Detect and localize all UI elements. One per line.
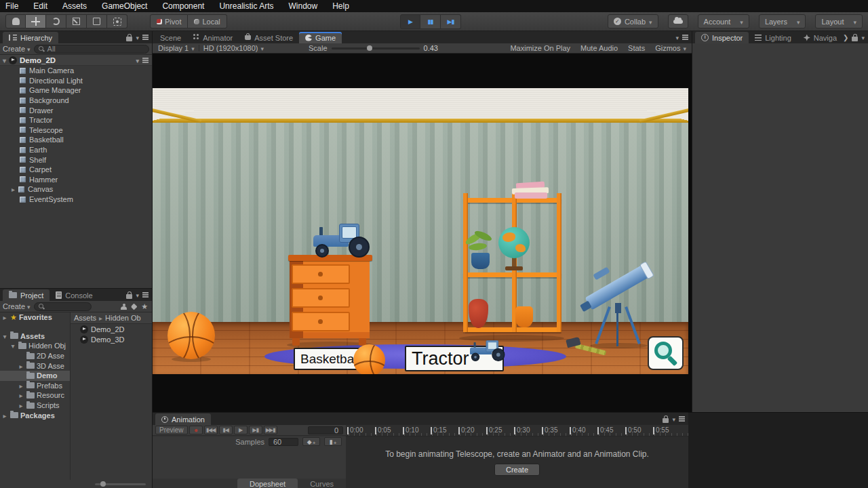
lock-icon[interactable]	[126, 294, 132, 299]
add-keyframe-button[interactable]: ◆+	[302, 437, 320, 446]
cloud-services-button[interactable]	[668, 14, 688, 28]
breadcrumb-root[interactable]: Assets	[74, 314, 96, 322]
breadcrumb-current[interactable]: Hidden Ob	[105, 314, 141, 322]
current-frame-field[interactable]: 0	[308, 426, 343, 434]
hierarchy-item-telescope[interactable]: Telescope	[0, 125, 152, 136]
previous-key-button[interactable]: ▮◀	[219, 426, 233, 434]
file-demo-3d[interactable]: Demo_3D	[71, 334, 152, 344]
project-create-button[interactable]: Create	[3, 302, 31, 310]
slider-thumb[interactable]	[100, 481, 106, 487]
menu-window[interactable]: Window	[281, 1, 325, 11]
hierarchy-item-drawer[interactable]: Drawer	[0, 105, 152, 115]
next-key-button[interactable]: ▶▮	[249, 426, 262, 434]
lock-icon[interactable]	[663, 418, 669, 423]
hierarchy-item-eventsystem[interactable]: EventSystem	[0, 195, 152, 205]
tree-item-assets[interactable]: Assets	[0, 331, 70, 342]
gizmos-dropdown[interactable]: Gizmos	[655, 44, 686, 52]
collapsed-arrow-icon[interactable]	[18, 362, 24, 370]
maximize-on-play-button[interactable]: Maximize On Play	[510, 44, 570, 52]
hierarchy-item-carpet[interactable]: Carpet	[0, 165, 152, 175]
file-demo-2d[interactable]: Demo_2D	[71, 324, 152, 334]
hierarchy-item-shelf[interactable]: Shelf	[0, 155, 152, 165]
tab-project[interactable]: Project	[3, 289, 50, 301]
expanded-arrow-icon[interactable]	[1, 332, 8, 340]
tree-item-hidden-obj[interactable]: Hidden Obj	[0, 341, 70, 351]
basketball-object[interactable]	[167, 312, 215, 359]
collab-dropdown[interactable]: ✓ Collab	[608, 14, 658, 28]
collapsed-arrow-icon[interactable]	[18, 391, 24, 399]
samples-field[interactable]: 60	[269, 438, 298, 446]
hand-tool-button[interactable]	[5, 14, 26, 28]
lock-icon[interactable]	[852, 37, 858, 41]
panel-menu-icon[interactable]	[682, 35, 688, 40]
pivot-toggle-button[interactable]: Pivot	[150, 14, 188, 28]
menu-component[interactable]: Component	[155, 1, 212, 11]
menu-help[interactable]: Help	[325, 1, 357, 11]
panel-menu-icon[interactable]	[142, 58, 149, 63]
resolution-dropdown[interactable]: HD (1920x1080)	[203, 44, 264, 52]
menu-gameobject[interactable]: GameObject	[94, 1, 155, 11]
play-button[interactable]: ▶	[400, 14, 420, 29]
dropdown-icon[interactable]	[136, 56, 139, 64]
magnifier-button[interactable]	[648, 336, 684, 370]
tree-item-demo-selected[interactable]: Demo	[0, 371, 70, 381]
collapsed-arrow-icon[interactable]	[1, 313, 8, 321]
hierarchy-search-input[interactable]: All	[34, 45, 149, 54]
tree-item-prefabs[interactable]: Prefabs	[0, 381, 70, 391]
dropdown-icon[interactable]	[675, 33, 679, 41]
menu-assets[interactable]: Assets	[55, 1, 94, 11]
tab-navigation[interactable]: Naviga	[797, 32, 843, 43]
tree-item-3d-assets[interactable]: 3D Asse	[0, 361, 70, 371]
tab-curves[interactable]: Curves	[298, 479, 346, 488]
hierarchy-item-basketball[interactable]: Basketball	[0, 135, 152, 145]
hierarchy-create-button[interactable]: Create	[3, 45, 31, 53]
tree-item-2d-assets[interactable]: 2D Asse	[0, 351, 70, 361]
project-search-input[interactable]	[34, 302, 92, 311]
hierarchy-item-background[interactable]: Background	[0, 96, 152, 106]
hierarchy-item-hammer[interactable]: Hammer	[0, 175, 152, 185]
mute-audio-button[interactable]: Mute Audio	[580, 44, 618, 52]
hierarchy-item-game-manager[interactable]: Game Manager	[0, 85, 152, 96]
tab-game[interactable]: Game	[299, 32, 342, 43]
dropdown-icon[interactable]	[136, 291, 139, 299]
tractor-sprite[interactable]	[470, 340, 507, 361]
stats-button[interactable]: Stats	[628, 44, 645, 52]
preview-toggle-button[interactable]: Preview	[155, 426, 188, 434]
collapsed-arrow-icon[interactable]	[18, 401, 24, 409]
move-tool-button[interactable]	[26, 14, 46, 28]
search-by-label-icon[interactable]	[131, 303, 138, 310]
tab-hierarchy[interactable]: Hierarchy	[3, 32, 58, 43]
layers-dropdown[interactable]: Layers	[759, 14, 806, 28]
tab-lighting[interactable]: Lighting	[749, 32, 797, 43]
hierarchy-item-directional-light[interactable]: Directional Light	[0, 76, 152, 86]
hierarchy-item-canvas[interactable]: Canvas	[0, 184, 152, 195]
tree-item-packages[interactable]: Packages	[0, 410, 70, 420]
dropdown-icon[interactable]	[136, 33, 139, 41]
transform-tool-button[interactable]	[107, 14, 127, 28]
scene-header-demo2d[interactable]: Demo_2D	[0, 55, 152, 66]
timeline-ruler[interactable]: 0:00 0:05 0:10 0:15 0:20 0:25 0:30 0:35 …	[346, 425, 688, 436]
tab-scroll-arrow-icon[interactable]: ❯	[843, 34, 848, 41]
add-event-button[interactable]: ▮+	[324, 437, 342, 446]
menu-edit[interactable]: Edit	[26, 1, 55, 11]
expanded-arrow-icon[interactable]	[9, 342, 16, 350]
goto-end-button[interactable]: ▶▶▮	[264, 426, 277, 434]
account-dropdown[interactable]: Account	[698, 14, 749, 28]
lock-icon[interactable]	[126, 37, 132, 41]
rect-tool-button[interactable]	[87, 14, 107, 28]
panel-menu-icon[interactable]	[679, 416, 685, 422]
play-animation-button[interactable]: ▶	[234, 426, 248, 434]
tab-animation[interactable]: Animation	[155, 413, 211, 425]
scale-slider-thumb[interactable]	[367, 45, 372, 51]
tree-item-favorites[interactable]: ★Favorites	[0, 312, 70, 323]
goto-start-button[interactable]: ▮◀◀	[204, 426, 218, 434]
record-button[interactable]: ●	[189, 426, 203, 434]
local-toggle-button[interactable]: Local	[188, 14, 226, 28]
collapsed-arrow-icon[interactable]	[1, 411, 8, 420]
expanded-arrow-icon[interactable]	[3, 56, 6, 64]
search-by-type-icon[interactable]	[121, 304, 127, 310]
collapsed-arrow-icon[interactable]	[12, 185, 15, 193]
rotate-tool-button[interactable]	[46, 14, 66, 28]
display-dropdown[interactable]: Display 1	[158, 44, 195, 52]
menu-file[interactable]: File	[3, 1, 26, 11]
